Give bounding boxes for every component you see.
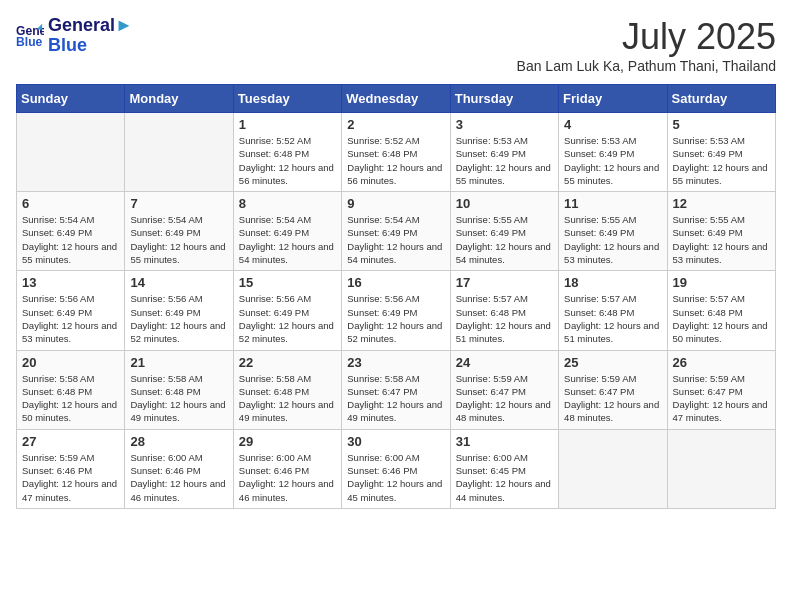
calendar-day-header: Tuesday — [233, 85, 341, 113]
calendar-cell: 11Sunrise: 5:55 AMSunset: 6:49 PMDayligh… — [559, 192, 667, 271]
day-info: Sunrise: 5:59 AMSunset: 6:46 PMDaylight:… — [22, 451, 119, 504]
calendar-cell: 17Sunrise: 5:57 AMSunset: 6:48 PMDayligh… — [450, 271, 558, 350]
day-number: 25 — [564, 355, 661, 370]
calendar-cell: 30Sunrise: 6:00 AMSunset: 6:46 PMDayligh… — [342, 429, 450, 508]
day-info: Sunrise: 5:56 AMSunset: 6:49 PMDaylight:… — [239, 292, 336, 345]
day-number: 5 — [673, 117, 770, 132]
calendar-cell: 31Sunrise: 6:00 AMSunset: 6:45 PMDayligh… — [450, 429, 558, 508]
day-info: Sunrise: 6:00 AMSunset: 6:45 PMDaylight:… — [456, 451, 553, 504]
day-info: Sunrise: 5:57 AMSunset: 6:48 PMDaylight:… — [564, 292, 661, 345]
logo-text-general: General► — [48, 16, 133, 36]
calendar-week-row: 13Sunrise: 5:56 AMSunset: 6:49 PMDayligh… — [17, 271, 776, 350]
location-title: Ban Lam Luk Ka, Pathum Thani, Thailand — [517, 58, 776, 74]
day-info: Sunrise: 5:52 AMSunset: 6:48 PMDaylight:… — [347, 134, 444, 187]
calendar-table: SundayMondayTuesdayWednesdayThursdayFrid… — [16, 84, 776, 509]
day-info: Sunrise: 5:55 AMSunset: 6:49 PMDaylight:… — [673, 213, 770, 266]
day-info: Sunrise: 6:00 AMSunset: 6:46 PMDaylight:… — [347, 451, 444, 504]
day-number: 27 — [22, 434, 119, 449]
calendar-cell: 12Sunrise: 5:55 AMSunset: 6:49 PMDayligh… — [667, 192, 775, 271]
day-info: Sunrise: 5:54 AMSunset: 6:49 PMDaylight:… — [130, 213, 227, 266]
calendar-cell: 1Sunrise: 5:52 AMSunset: 6:48 PMDaylight… — [233, 113, 341, 192]
day-info: Sunrise: 5:54 AMSunset: 6:49 PMDaylight:… — [347, 213, 444, 266]
calendar-cell: 5Sunrise: 5:53 AMSunset: 6:49 PMDaylight… — [667, 113, 775, 192]
calendar-cell: 20Sunrise: 5:58 AMSunset: 6:48 PMDayligh… — [17, 350, 125, 429]
day-info: Sunrise: 5:55 AMSunset: 6:49 PMDaylight:… — [564, 213, 661, 266]
day-info: Sunrise: 5:59 AMSunset: 6:47 PMDaylight:… — [456, 372, 553, 425]
calendar-day-header: Wednesday — [342, 85, 450, 113]
day-number: 20 — [22, 355, 119, 370]
day-number: 31 — [456, 434, 553, 449]
day-info: Sunrise: 5:53 AMSunset: 6:49 PMDaylight:… — [456, 134, 553, 187]
calendar-cell: 2Sunrise: 5:52 AMSunset: 6:48 PMDaylight… — [342, 113, 450, 192]
day-number: 22 — [239, 355, 336, 370]
calendar-cell — [125, 113, 233, 192]
day-info: Sunrise: 5:57 AMSunset: 6:48 PMDaylight:… — [456, 292, 553, 345]
day-info: Sunrise: 5:56 AMSunset: 6:49 PMDaylight:… — [22, 292, 119, 345]
day-number: 19 — [673, 275, 770, 290]
day-number: 4 — [564, 117, 661, 132]
calendar-cell: 7Sunrise: 5:54 AMSunset: 6:49 PMDaylight… — [125, 192, 233, 271]
calendar-cell: 22Sunrise: 5:58 AMSunset: 6:48 PMDayligh… — [233, 350, 341, 429]
day-info: Sunrise: 6:00 AMSunset: 6:46 PMDaylight:… — [239, 451, 336, 504]
day-info: Sunrise: 5:54 AMSunset: 6:49 PMDaylight:… — [239, 213, 336, 266]
calendar-cell: 9Sunrise: 5:54 AMSunset: 6:49 PMDaylight… — [342, 192, 450, 271]
calendar-cell: 13Sunrise: 5:56 AMSunset: 6:49 PMDayligh… — [17, 271, 125, 350]
day-number: 3 — [456, 117, 553, 132]
day-number: 30 — [347, 434, 444, 449]
day-number: 11 — [564, 196, 661, 211]
day-info: Sunrise: 5:56 AMSunset: 6:49 PMDaylight:… — [130, 292, 227, 345]
day-number: 26 — [673, 355, 770, 370]
title-block: July 2025 Ban Lam Luk Ka, Pathum Thani, … — [517, 16, 776, 74]
day-number: 8 — [239, 196, 336, 211]
calendar-week-row: 1Sunrise: 5:52 AMSunset: 6:48 PMDaylight… — [17, 113, 776, 192]
day-info: Sunrise: 5:59 AMSunset: 6:47 PMDaylight:… — [673, 372, 770, 425]
svg-text:Blue: Blue — [16, 35, 43, 49]
day-info: Sunrise: 5:58 AMSunset: 6:48 PMDaylight:… — [239, 372, 336, 425]
calendar-cell: 6Sunrise: 5:54 AMSunset: 6:49 PMDaylight… — [17, 192, 125, 271]
calendar-cell: 15Sunrise: 5:56 AMSunset: 6:49 PMDayligh… — [233, 271, 341, 350]
calendar-cell: 3Sunrise: 5:53 AMSunset: 6:49 PMDaylight… — [450, 113, 558, 192]
calendar-cell — [667, 429, 775, 508]
calendar-cell: 24Sunrise: 5:59 AMSunset: 6:47 PMDayligh… — [450, 350, 558, 429]
calendar-cell — [559, 429, 667, 508]
day-number: 1 — [239, 117, 336, 132]
logo-text-blue: Blue — [48, 36, 133, 56]
page-header: General Blue General► Blue July 2025 Ban… — [16, 16, 776, 74]
day-info: Sunrise: 5:58 AMSunset: 6:47 PMDaylight:… — [347, 372, 444, 425]
calendar-cell: 18Sunrise: 5:57 AMSunset: 6:48 PMDayligh… — [559, 271, 667, 350]
day-number: 7 — [130, 196, 227, 211]
day-info: Sunrise: 5:53 AMSunset: 6:49 PMDaylight:… — [564, 134, 661, 187]
calendar-cell: 16Sunrise: 5:56 AMSunset: 6:49 PMDayligh… — [342, 271, 450, 350]
calendar-cell: 25Sunrise: 5:59 AMSunset: 6:47 PMDayligh… — [559, 350, 667, 429]
calendar-day-header: Saturday — [667, 85, 775, 113]
day-number: 12 — [673, 196, 770, 211]
day-number: 24 — [456, 355, 553, 370]
calendar-cell: 21Sunrise: 5:58 AMSunset: 6:48 PMDayligh… — [125, 350, 233, 429]
day-number: 16 — [347, 275, 444, 290]
month-title: July 2025 — [517, 16, 776, 58]
day-info: Sunrise: 5:58 AMSunset: 6:48 PMDaylight:… — [130, 372, 227, 425]
logo: General Blue General► Blue — [16, 16, 133, 56]
calendar-cell: 29Sunrise: 6:00 AMSunset: 6:46 PMDayligh… — [233, 429, 341, 508]
day-number: 17 — [456, 275, 553, 290]
day-info: Sunrise: 5:58 AMSunset: 6:48 PMDaylight:… — [22, 372, 119, 425]
day-info: Sunrise: 5:59 AMSunset: 6:47 PMDaylight:… — [564, 372, 661, 425]
calendar-day-header: Thursday — [450, 85, 558, 113]
day-number: 9 — [347, 196, 444, 211]
day-info: Sunrise: 5:57 AMSunset: 6:48 PMDaylight:… — [673, 292, 770, 345]
calendar-week-row: 6Sunrise: 5:54 AMSunset: 6:49 PMDaylight… — [17, 192, 776, 271]
day-number: 6 — [22, 196, 119, 211]
calendar-cell: 4Sunrise: 5:53 AMSunset: 6:49 PMDaylight… — [559, 113, 667, 192]
calendar-cell: 14Sunrise: 5:56 AMSunset: 6:49 PMDayligh… — [125, 271, 233, 350]
calendar-day-header: Friday — [559, 85, 667, 113]
day-info: Sunrise: 5:54 AMSunset: 6:49 PMDaylight:… — [22, 213, 119, 266]
day-number: 29 — [239, 434, 336, 449]
day-info: Sunrise: 6:00 AMSunset: 6:46 PMDaylight:… — [130, 451, 227, 504]
calendar-header-row: SundayMondayTuesdayWednesdayThursdayFrid… — [17, 85, 776, 113]
day-number: 23 — [347, 355, 444, 370]
day-number: 28 — [130, 434, 227, 449]
calendar-cell — [17, 113, 125, 192]
calendar-day-header: Monday — [125, 85, 233, 113]
day-number: 10 — [456, 196, 553, 211]
day-info: Sunrise: 5:53 AMSunset: 6:49 PMDaylight:… — [673, 134, 770, 187]
